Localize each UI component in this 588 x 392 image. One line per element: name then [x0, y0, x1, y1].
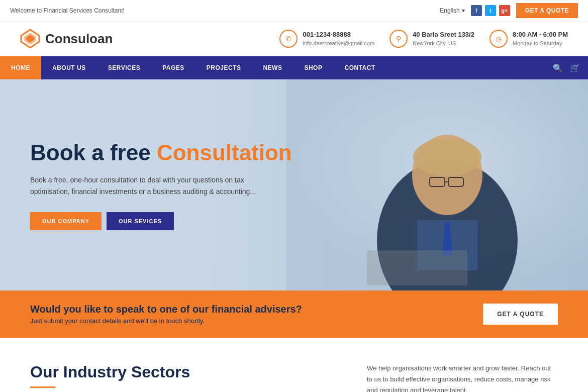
- phone-icon: ✆: [279, 30, 298, 48]
- hours-days: Monday to Saturday: [513, 40, 562, 46]
- phone-number: 001-1234-88888: [303, 31, 374, 38]
- search-icon-button[interactable]: 🔍: [553, 63, 563, 73]
- hero-title-part1: Book a free: [30, 140, 157, 165]
- city-address: NewYork City, US: [413, 40, 456, 46]
- nav-item-shop[interactable]: SHOP: [293, 56, 333, 79]
- hours-time: 8:00 AM - 6:00 PM: [513, 31, 568, 38]
- cta-text: Would you like to speak to one of our fi…: [30, 304, 302, 325]
- hero-content: Book a free Consultation Book a free, on…: [0, 120, 322, 250]
- top-bar: Welcome to Financial Services Consultant…: [0, 0, 588, 22]
- industry-section: Our Industry Sectors We help organisatio…: [0, 338, 588, 392]
- logo-icon: [20, 29, 40, 49]
- svg-rect-12: [367, 250, 467, 285]
- nav-item-pages[interactable]: PAGES: [151, 56, 195, 79]
- hero-buttons: OUR COMPANY OUR SEVICES: [30, 212, 292, 230]
- welcome-text: Welcome to Financial Services Consultant…: [10, 7, 125, 14]
- industry-description: We help organisations work smarter and g…: [367, 363, 558, 392]
- nav-item-news[interactable]: NEWS: [252, 56, 293, 79]
- contact-address: ⚲ 40 Barla Sreet 133/2 NewYork City, US: [389, 30, 474, 48]
- phone-info: 001-1234-88888 info.deercreative@gmail.c…: [303, 31, 374, 47]
- get-quote-button-top[interactable]: GET A QUOTE: [516, 3, 578, 18]
- cta-banner: Would you like to speak to one of our fi…: [0, 290, 588, 338]
- industry-header: Our Industry Sectors We help organisatio…: [30, 363, 558, 392]
- cta-quote-button[interactable]: GET A QUOTE: [483, 304, 558, 325]
- nav-item-home[interactable]: HOME: [0, 56, 41, 79]
- street-address: 40 Barla Sreet 133/2: [413, 31, 474, 38]
- hero-image: [286, 79, 588, 290]
- nav-item-about[interactable]: ABOUT US: [41, 56, 97, 79]
- social-icons: f t g+: [471, 5, 510, 16]
- title-underline: [30, 386, 55, 388]
- language-arrow: ▾: [462, 7, 465, 14]
- hero-section: Book a free Consultation Book a free, on…: [0, 79, 588, 290]
- language-label: English: [440, 7, 459, 14]
- language-selector[interactable]: English ▾: [440, 7, 464, 14]
- twitter-icon[interactable]: t: [485, 5, 496, 16]
- address-info: 40 Barla Sreet 133/2 NewYork City, US: [413, 31, 474, 47]
- hero-description: Book a free, one-hour consultation to de…: [30, 174, 261, 199]
- hours-info: 8:00 AM - 6:00 PM Monday to Saturday: [513, 31, 568, 47]
- svg-point-11: [413, 138, 481, 176]
- industry-title-block: Our Industry Sectors: [30, 363, 190, 388]
- nav-links: HOME ABOUT US SERVICES PAGES PROJECTS NE…: [0, 56, 386, 79]
- header-contacts: ✆ 001-1234-88888 info.deercreative@gmail…: [279, 30, 568, 48]
- hero-title: Book a free Consultation: [30, 140, 292, 166]
- nav-item-contact[interactable]: CONTACT: [333, 56, 386, 79]
- industry-title: Our Industry Sectors: [30, 363, 190, 381]
- cta-subtext: Just submit your contact details and we'…: [30, 317, 302, 325]
- email-address: info.deercreative@gmail.com: [303, 40, 374, 46]
- cart-icon-button[interactable]: 🛒: [570, 63, 580, 73]
- nav-item-services[interactable]: SERVICES: [97, 56, 151, 79]
- our-company-button[interactable]: OUR COMPANY: [30, 212, 102, 230]
- location-icon: ⚲: [389, 30, 408, 48]
- contact-phone: ✆ 001-1234-88888 info.deercreative@gmail…: [279, 30, 374, 48]
- top-bar-right: English ▾ f t g+ GET A QUOTE: [440, 3, 578, 18]
- nav-icons: 🔍 🛒: [553, 63, 588, 73]
- hero-title-highlight: Consultation: [157, 140, 292, 165]
- our-services-button[interactable]: OUR SEVICES: [107, 212, 174, 230]
- clock-icon: ◷: [489, 30, 508, 48]
- main-nav: HOME ABOUT US SERVICES PAGES PROJECTS NE…: [0, 56, 588, 79]
- facebook-icon[interactable]: f: [471, 5, 482, 16]
- nav-item-projects[interactable]: PROJECTS: [195, 56, 252, 79]
- header: Consuloan ✆ 001-1234-88888 info.deercrea…: [0, 22, 588, 56]
- logo[interactable]: Consuloan: [20, 29, 113, 49]
- gplus-icon[interactable]: g+: [499, 5, 510, 16]
- contact-hours: ◷ 8:00 AM - 6:00 PM Monday to Saturday: [489, 30, 568, 48]
- logo-text: Consuloan: [45, 31, 113, 47]
- cta-heading: Would you like to speak to one of our fi…: [30, 304, 302, 315]
